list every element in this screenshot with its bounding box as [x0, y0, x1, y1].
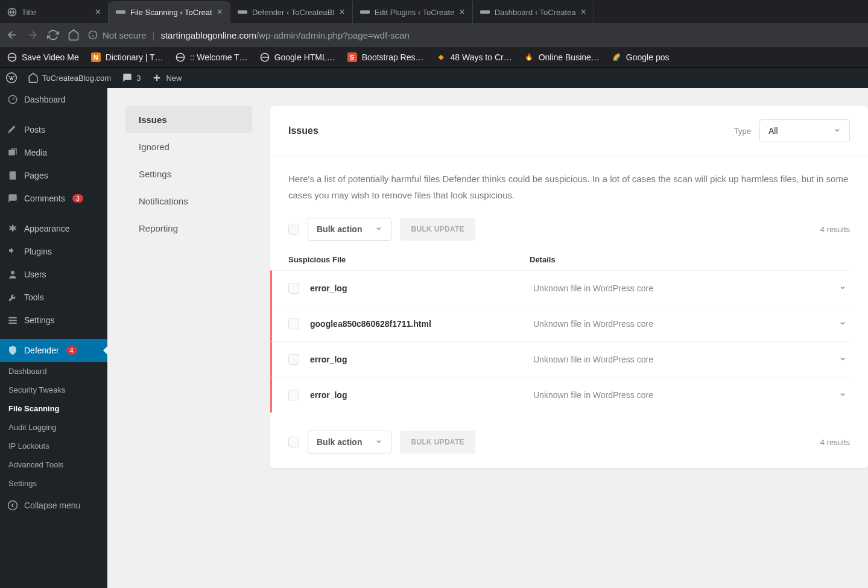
submenu-label: IP Lockouts: [8, 441, 49, 450]
bookmark-item[interactable]: SBootstrap Res…: [347, 52, 424, 62]
sidebar-item-settings[interactable]: Settings: [0, 309, 107, 332]
type-select[interactable]: All: [759, 119, 850, 142]
chevron-down-icon[interactable]: [839, 354, 850, 365]
panel-title: Issues: [288, 125, 318, 136]
home-icon[interactable]: [68, 29, 80, 41]
select-all-checkbox[interactable]: [288, 224, 299, 235]
tab-item[interactable]: Edit Plugins ‹ ToCreate ×: [353, 1, 473, 23]
chevron-down-icon: [375, 224, 382, 234]
sidenav-item-issues[interactable]: Issues: [125, 106, 252, 133]
bulk-action-select[interactable]: Bulk action: [308, 431, 391, 454]
sidenav-item-settings[interactable]: Settings: [125, 160, 252, 188]
sidebar-item-media[interactable]: Media: [0, 141, 107, 164]
url-domain: startingablogonline.com: [160, 30, 256, 40]
url-path: /wp-admin/admin.php?page=wdf-scan: [256, 30, 410, 40]
sidebar-item-comments[interactable]: Comments3: [0, 187, 107, 210]
bookmark-label: Online Busine…: [539, 52, 600, 62]
svg-rect-16: [8, 323, 17, 324]
collapse-menu[interactable]: Collapse menu: [0, 493, 107, 518]
bookmark-item[interactable]: Save Video Me: [7, 52, 79, 62]
type-filter: Type All: [734, 119, 850, 142]
info-icon: [88, 30, 98, 40]
wp-content: Issues Ignored Settings Notifications Re…: [107, 88, 868, 588]
sidebar-item-pages[interactable]: Pages: [0, 164, 107, 187]
sidenav-item-ignored[interactable]: Ignored: [125, 133, 252, 160]
submenu-label: Security Tweaks: [8, 385, 65, 394]
svg-point-17: [8, 501, 17, 510]
table-row[interactable]: googlea850c860628f1711.html Unknown file…: [270, 306, 850, 341]
reload-icon[interactable]: [47, 29, 59, 41]
row-checkbox[interactable]: [288, 283, 299, 294]
sidebar-item-plugins[interactable]: Plugins: [0, 240, 107, 263]
sidebar-item-label: Media: [24, 148, 47, 157]
submenu-item[interactable]: Advanced Tools: [0, 455, 107, 474]
sidebar-item-users[interactable]: Users: [0, 263, 107, 286]
sidebar-item-defender[interactable]: Defender4: [0, 339, 107, 362]
sidenav-item-reporting[interactable]: Reporting: [125, 215, 252, 242]
bulk-update-button[interactable]: BULK UPDATE: [400, 431, 475, 454]
sidebar-item-tools[interactable]: Tools: [0, 286, 107, 309]
back-icon[interactable]: [6, 29, 18, 41]
submenu-item[interactable]: Settings: [0, 474, 107, 493]
bulk-row-bottom: Bulk action BULK UPDATE 4 results: [288, 431, 850, 454]
new-link[interactable]: New: [151, 72, 182, 83]
sidebar-item-appearance[interactable]: Appearance: [0, 217, 107, 240]
submenu-item[interactable]: IP Lockouts: [0, 437, 107, 455]
close-icon[interactable]: ×: [95, 7, 101, 17]
sidenav-label: Reporting: [139, 223, 178, 233]
chevron-down-icon[interactable]: [839, 283, 850, 294]
row-checkbox[interactable]: [288, 390, 299, 400]
submenu-item[interactable]: Dashboard: [0, 362, 107, 381]
wp-logo-icon[interactable]: [6, 72, 17, 83]
chevron-down-icon[interactable]: [839, 318, 850, 329]
sidebar-item-posts[interactable]: Posts: [0, 118, 107, 141]
forward-icon[interactable]: [27, 29, 39, 41]
close-icon[interactable]: ×: [581, 7, 586, 17]
table-row[interactable]: error_log Unknown file in WordPress core: [270, 341, 850, 377]
file-name: error_log: [310, 390, 533, 400]
close-icon[interactable]: ×: [459, 7, 464, 17]
tab-item[interactable]: Defender ‹ ToCreateaBl ×: [230, 1, 353, 23]
bulk-action-label: Bulk action: [317, 224, 362, 234]
submenu-item[interactable]: Security Tweaks: [0, 381, 107, 399]
comments-link[interactable]: 3: [122, 72, 141, 83]
bookmark-item[interactable]: Google HTML…: [260, 52, 335, 62]
close-icon[interactable]: ×: [217, 7, 223, 17]
tab-item[interactable]: File Scanning ‹ ToCreat ×: [109, 1, 230, 23]
tab-item[interactable]: Title ×: [0, 1, 109, 23]
page-side-nav: Issues Ignored Settings Notifications Re…: [125, 106, 252, 468]
sidenav-item-notifications[interactable]: Notifications: [125, 188, 252, 215]
bookmark-item[interactable]: :: Welcome T…: [176, 52, 248, 62]
row-checkbox[interactable]: [288, 354, 299, 365]
row-checkbox[interactable]: [288, 318, 299, 329]
tab-title: Edit Plugins ‹ ToCreate: [375, 8, 455, 17]
bookmark-item[interactable]: 🌈Google pos: [612, 52, 670, 62]
file-name: error_log: [310, 283, 533, 293]
table-row[interactable]: error_log Unknown file in WordPress core: [270, 377, 850, 413]
svg-point-13: [11, 271, 14, 274]
tab-item[interactable]: Dashboard ‹ ToCreatea ×: [473, 1, 594, 23]
wp-container: Dashboard Posts Media Pages Comments3 Ap…: [0, 88, 868, 588]
url-input[interactable]: Not secure | startingablogonline.com/wp-…: [88, 30, 862, 40]
select-all-checkbox[interactable]: [288, 437, 299, 447]
bookmark-item[interactable]: NDictionary | T…: [91, 52, 163, 62]
app-icon: 🔥: [524, 52, 534, 62]
submenu-label: Dashboard: [8, 367, 47, 376]
submenu-item[interactable]: Audit Logging: [0, 418, 107, 437]
sidebar-item-label: Appearance: [24, 224, 70, 233]
table-row[interactable]: error_log Unknown file in WordPress core: [270, 270, 850, 306]
table-header: Suspicious File Details: [288, 241, 850, 270]
bookmark-item[interactable]: 🔥Online Busine…: [524, 52, 600, 62]
site-link[interactable]: ToCreateaBlog.com: [28, 72, 111, 83]
chevron-down-icon[interactable]: [839, 390, 850, 400]
sidebar-item-label: Pages: [24, 171, 48, 180]
svg-rect-14: [8, 317, 17, 318]
bulk-update-button[interactable]: BULK UPDATE: [400, 218, 475, 241]
bulk-action-select[interactable]: Bulk action: [308, 218, 391, 241]
submenu-label: Audit Logging: [8, 423, 57, 432]
sidebar-item-dashboard[interactable]: Dashboard: [0, 88, 107, 111]
close-icon[interactable]: ×: [339, 7, 344, 17]
submenu-item[interactable]: File Scanning: [0, 399, 107, 418]
panel-body: Here's a list of potentially harmful fil…: [270, 156, 868, 468]
bookmark-item[interactable]: ◆48 Ways to Cr…: [436, 52, 512, 62]
